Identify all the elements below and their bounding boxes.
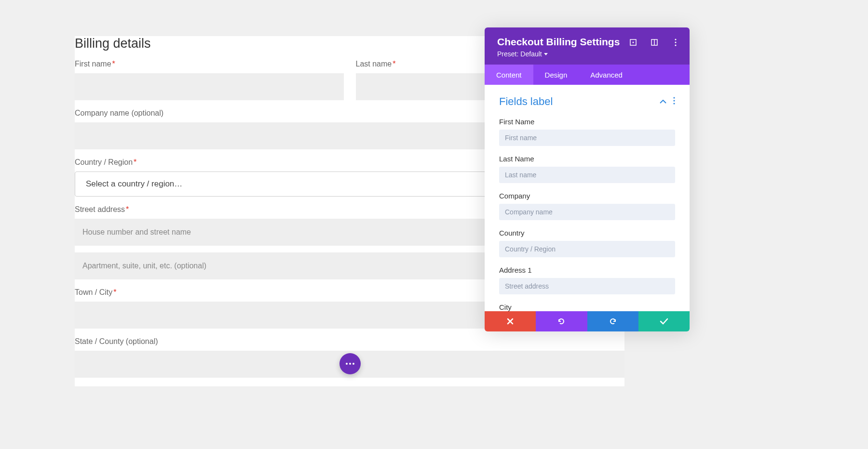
- dots-icon: [346, 363, 354, 365]
- tab-content[interactable]: Content: [485, 65, 533, 85]
- setting-input-first-name[interactable]: [499, 130, 675, 146]
- required-star: *: [112, 60, 115, 68]
- svg-point-5: [675, 41, 676, 43]
- section-header: Fields label: [499, 95, 675, 108]
- label-first-name: First name*: [75, 60, 344, 68]
- setting-input-company[interactable]: [499, 204, 675, 220]
- setting-label: Company: [499, 192, 675, 200]
- input-first-name[interactable]: [75, 73, 344, 100]
- setting-label: First Name: [499, 118, 675, 126]
- more-icon[interactable]: [671, 38, 680, 47]
- svg-point-4: [675, 39, 676, 40]
- layout-icon[interactable]: [650, 38, 659, 47]
- panel-footer: [485, 311, 690, 331]
- tab-advanced[interactable]: Advanced: [579, 65, 634, 85]
- required-star: *: [134, 158, 136, 166]
- setting-city: City: [499, 303, 675, 311]
- setting-label: Address 1: [499, 266, 675, 274]
- panel-body: Fields label First Name Last Name Compan…: [485, 85, 690, 311]
- panel-header: Checkout Billing Settings Preset: Defaul…: [485, 27, 690, 65]
- required-star: *: [126, 205, 129, 213]
- svg-point-6: [675, 44, 676, 46]
- setting-address1: Address 1: [499, 266, 675, 294]
- setting-label: Country: [499, 229, 675, 237]
- svg-point-1: [633, 42, 634, 43]
- undo-button[interactable]: [536, 311, 587, 331]
- setting-input-last-name[interactable]: [499, 167, 675, 183]
- caret-down-icon: [544, 53, 548, 55]
- setting-first-name: First Name: [499, 118, 675, 146]
- collapse-icon[interactable]: [660, 97, 666, 106]
- redo-button[interactable]: [587, 311, 638, 331]
- svg-point-8: [673, 100, 675, 101]
- tab-design[interactable]: Design: [533, 65, 579, 85]
- required-star: *: [393, 60, 395, 68]
- setting-country: Country: [499, 229, 675, 257]
- setting-label: Last Name: [499, 155, 675, 163]
- section-more-icon[interactable]: [673, 97, 675, 106]
- section-title: Fields label: [499, 95, 553, 108]
- label-state: State / County (optional): [75, 337, 624, 346]
- settings-panel: Checkout Billing Settings Preset: Defaul…: [485, 27, 690, 331]
- panel-tabs: Content Design Advanced: [485, 65, 690, 85]
- svg-point-9: [673, 103, 675, 104]
- panel-preset[interactable]: Preset: Default: [497, 50, 677, 58]
- setting-company: Company: [499, 192, 675, 220]
- setting-last-name: Last Name: [499, 155, 675, 183]
- confirm-button[interactable]: [638, 311, 690, 331]
- fab-more-button[interactable]: [339, 353, 361, 374]
- cancel-button[interactable]: [485, 311, 536, 331]
- expand-icon[interactable]: [629, 38, 637, 47]
- setting-label: City: [499, 303, 675, 311]
- required-star: *: [113, 288, 116, 296]
- field-first-name: First name*: [75, 60, 344, 100]
- setting-input-address1[interactable]: [499, 278, 675, 294]
- svg-point-7: [673, 97, 675, 98]
- setting-input-country[interactable]: [499, 241, 675, 257]
